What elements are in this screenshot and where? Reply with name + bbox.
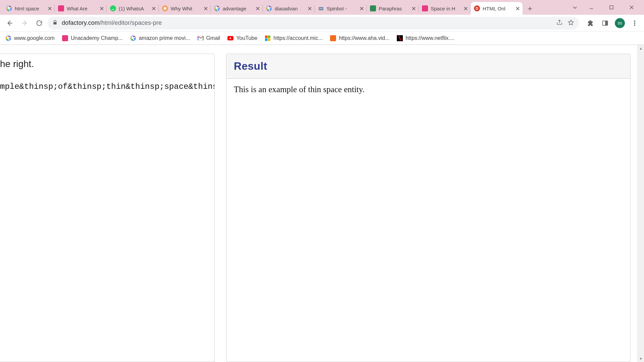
close-icon[interactable] bbox=[359, 6, 364, 11]
svg-point-2 bbox=[110, 5, 116, 11]
close-icon[interactable] bbox=[99, 6, 104, 11]
svg-point-20 bbox=[634, 24, 635, 25]
tab-label: (1) WhatsA bbox=[119, 6, 149, 11]
svg-point-18 bbox=[634, 20, 635, 21]
tab-label: advantage bbox=[223, 6, 253, 11]
tab-disadvan[interactable]: diasadvan bbox=[263, 2, 315, 15]
google-icon bbox=[5, 35, 11, 41]
svg-rect-15 bbox=[53, 22, 56, 24]
bookmark-label: amazon prime movi... bbox=[139, 35, 190, 41]
close-icon[interactable] bbox=[47, 6, 52, 11]
bookmark-label: https://account.mic... bbox=[273, 35, 323, 41]
back-button[interactable] bbox=[3, 17, 16, 29]
browser-window: html space What Are (1) WhatsA Why Whit … bbox=[0, 0, 644, 362]
source-instruction-fragment: he right. bbox=[0, 59, 214, 69]
google-icon bbox=[214, 5, 220, 11]
chrome-menu-button[interactable] bbox=[629, 17, 641, 29]
svg-point-8 bbox=[320, 8, 321, 9]
lock-icon bbox=[52, 20, 58, 26]
profile-avatar[interactable]: m bbox=[614, 17, 626, 29]
result-output-text: This is an example of thin space entity. bbox=[234, 85, 623, 94]
share-icon[interactable] bbox=[556, 19, 563, 27]
tab-what-are[interactable]: What Are bbox=[55, 2, 107, 15]
close-icon[interactable] bbox=[151, 6, 156, 11]
tab-label: Spinbot - bbox=[327, 6, 357, 11]
tab-label: Why Whit bbox=[171, 6, 201, 11]
netflix-icon bbox=[397, 35, 403, 41]
bookmark-label: Gmail bbox=[206, 35, 220, 41]
tab-html-space[interactable]: html space bbox=[3, 2, 55, 15]
bookmark-label: www.google.com bbox=[14, 35, 55, 41]
tab-paraphras[interactable]: Paraphras bbox=[367, 2, 419, 15]
close-icon[interactable] bbox=[255, 6, 260, 11]
robot-icon bbox=[318, 5, 324, 11]
url-text: dofactory.com/html/editor/spaces-pre bbox=[62, 19, 552, 26]
tab-label: HTML Onl bbox=[483, 6, 513, 11]
google-icon bbox=[130, 35, 136, 41]
scroll-up-icon[interactable]: ▲ bbox=[638, 45, 644, 52]
bookmark-aha[interactable]: https://www.aha.vid... bbox=[330, 35, 389, 41]
window-controls bbox=[569, 0, 644, 15]
bookmark-star-icon[interactable] bbox=[568, 19, 574, 27]
tab-html-onl[interactable]: D HTML Onl bbox=[471, 2, 523, 15]
close-icon[interactable] bbox=[411, 6, 416, 11]
bookmark-amazon-prime[interactable]: amazon prime movi... bbox=[130, 35, 190, 41]
close-icon[interactable] bbox=[203, 6, 208, 11]
source-panel[interactable]: he right. mple&thinsp;of&thinsp;thin&thi… bbox=[0, 54, 215, 362]
bookmark-netflix[interactable]: https://www.netflix.... bbox=[397, 35, 454, 41]
bookmark-youtube[interactable]: YouTube bbox=[227, 35, 257, 41]
svg-rect-30 bbox=[330, 35, 336, 41]
extensions-button[interactable] bbox=[584, 17, 596, 29]
svg-point-9 bbox=[321, 8, 322, 9]
bookmark-ms-account[interactable]: https://account.mic... bbox=[265, 35, 323, 41]
svg-rect-29 bbox=[268, 38, 271, 41]
close-window-button[interactable] bbox=[622, 1, 641, 14]
tab-advantage[interactable]: advantage bbox=[211, 2, 263, 15]
svg-rect-28 bbox=[265, 38, 268, 41]
navigation-bar: dofactory.com/html/editor/spaces-pre m bbox=[0, 15, 644, 32]
gmail-icon bbox=[198, 35, 204, 41]
vertical-scrollbar[interactable]: ▲ ▼ bbox=[637, 45, 644, 362]
svg-rect-1 bbox=[58, 5, 64, 11]
close-icon[interactable] bbox=[307, 6, 312, 11]
new-tab-button[interactable] bbox=[525, 3, 535, 14]
bookmark-google[interactable]: www.google.com bbox=[5, 35, 55, 41]
bookmark-gmail[interactable]: Gmail bbox=[198, 35, 220, 41]
minimize-button[interactable] bbox=[582, 1, 601, 14]
microsoft-icon bbox=[265, 35, 271, 41]
tab-whatsapp[interactable]: (1) WhatsA bbox=[107, 2, 159, 15]
result-body: This is an example of thin space entity. bbox=[226, 79, 630, 100]
maximize-button[interactable] bbox=[602, 1, 621, 14]
close-icon[interactable] bbox=[515, 6, 520, 11]
tab-label: html space bbox=[15, 6, 45, 11]
tab-why-whit[interactable]: Why Whit bbox=[159, 2, 211, 15]
side-panel-button[interactable] bbox=[599, 17, 611, 29]
site-icon bbox=[370, 5, 376, 11]
aha-icon bbox=[330, 35, 336, 41]
bookmark-unacademy[interactable]: Unacademy Champ... bbox=[62, 35, 123, 41]
tab-label: Paraphras bbox=[379, 6, 409, 11]
site-icon bbox=[62, 35, 68, 41]
scroll-down-icon[interactable]: ▼ bbox=[638, 355, 644, 362]
tab-spinbot[interactable]: Spinbot - bbox=[315, 2, 367, 15]
svg-rect-10 bbox=[370, 5, 376, 11]
tab-search-button[interactable] bbox=[569, 2, 581, 12]
tab-space-in-h[interactable]: Space in H bbox=[419, 2, 471, 15]
page-content: he right. mple&thinsp;of&thinsp;thin&thi… bbox=[0, 45, 644, 362]
svg-point-19 bbox=[634, 22, 635, 23]
dofactory-icon: D bbox=[474, 5, 480, 11]
result-header: Result bbox=[226, 54, 630, 79]
site-icon bbox=[162, 5, 168, 11]
bookmark-label: https://www.aha.vid... bbox=[339, 35, 389, 41]
google-icon bbox=[6, 5, 12, 11]
svg-point-4 bbox=[164, 7, 166, 10]
reload-button[interactable] bbox=[33, 17, 46, 29]
avatar-initial: m bbox=[615, 18, 625, 28]
tab-label: diasadvan bbox=[275, 6, 305, 11]
tab-label: What Are bbox=[67, 6, 97, 11]
address-bar[interactable]: dofactory.com/html/editor/spaces-pre bbox=[48, 17, 579, 29]
close-icon[interactable] bbox=[463, 6, 468, 11]
editor-layout: he right. mple&thinsp;of&thinsp;thin&thi… bbox=[0, 45, 644, 362]
forward-button[interactable] bbox=[18, 17, 31, 29]
bookmarks-bar: www.google.com Unacademy Champ... amazon… bbox=[0, 32, 644, 45]
